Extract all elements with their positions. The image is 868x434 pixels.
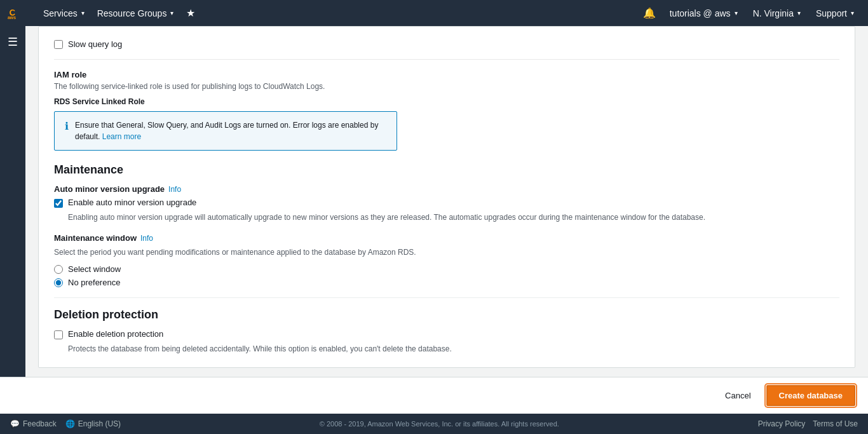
sidebar: ☰ [0,26,25,377]
no-preference-radio[interactable] [54,278,63,287]
iam-info-text: Ensure that General, Slow Query, and Aud… [75,119,386,142]
user-label: tutorials @ aws [670,8,731,18]
form-card: Slow query log IAM role The following se… [38,26,855,368]
select-window-label: Select window [68,264,121,274]
auto-minor-info-link[interactable]: Info [168,185,181,194]
services-chevron-icon: ▾ [81,10,85,17]
feedback-button[interactable]: 💬 Feedback [10,419,57,428]
services-nav-button[interactable]: Services ▾ [37,4,91,22]
enable-auto-minor-checkbox[interactable] [54,199,63,208]
resource-groups-label: Resource Groups [97,8,167,18]
maintenance-window-info-link[interactable]: Info [140,234,153,243]
no-preference-row: No preference [54,278,839,287]
auto-minor-label: Auto minor version upgrade [54,184,165,194]
resource-groups-nav-button[interactable]: Resource Groups ▾ [91,4,180,22]
language-label: English (US) [78,419,121,428]
create-database-button[interactable]: Create database [766,385,855,406]
select-window-radio[interactable] [54,265,63,274]
privacy-policy-link[interactable]: Privacy Policy [758,419,806,428]
enable-deletion-desc: Protects the database from being deleted… [68,343,839,355]
resource-groups-chevron-icon: ▾ [170,10,173,17]
terms-of-use-link[interactable]: Terms of Use [813,419,858,428]
feedback-icon: 💬 [10,419,20,428]
enable-deletion-checkbox[interactable] [54,330,63,339]
enable-auto-minor-label: Enable auto minor version upgrade [68,198,196,207]
deletion-protection-title: Deletion protection [54,308,839,322]
user-menu-button[interactable]: tutorials @ aws ▾ [663,4,744,22]
select-window-row: Select window [54,264,839,274]
region-menu-button[interactable]: N. Virginia ▾ [747,4,807,22]
bottom-right: Privacy Policy Terms of Use [758,419,858,428]
maintenance-window-radio-group: Select window No preference [54,264,839,287]
maintenance-window-label: Maintenance window [54,233,137,243]
sidebar-menu-icon[interactable]: ☰ [4,31,22,53]
region-label: N. Virginia [753,8,794,18]
iam-role-desc: The following service-linked role is use… [54,82,839,91]
support-chevron-icon: ▾ [851,10,854,17]
actions-bar: Cancel Create database [0,377,868,414]
slow-query-log-checkbox[interactable] [54,40,63,49]
deletion-protection-section: Deletion protection Enable deletion prot… [54,308,839,355]
content-area: Slow query log IAM role The following se… [25,26,868,377]
main-layout: ☰ Slow query log IAM role The following … [0,26,868,377]
section-divider [54,297,839,298]
iam-role-section: IAM role The following service-linked ro… [54,70,839,151]
cancel-button[interactable]: Cancel [717,387,758,404]
enable-auto-minor-row: Enable auto minor version upgrade [54,198,839,208]
iam-info-box: ℹ Ensure that General, Slow Query, and A… [54,111,397,151]
feedback-label: Feedback [23,419,57,428]
maintenance-section: Maintenance Auto minor version upgrade I… [54,163,839,287]
copyright-text: © 2008 - 2019, Amazon Web Services, Inc.… [121,420,758,428]
support-menu-button[interactable]: Support ▾ [810,4,860,22]
maintenance-title: Maintenance [54,163,839,177]
iam-sub-label: RDS Service Linked Role [54,97,839,106]
maintenance-window-desc: Select the period you want pending modif… [54,247,839,258]
svg-text:aws: aws [8,15,16,20]
auto-minor-field-label: Auto minor version upgrade Info [54,184,839,194]
enable-deletion-row: Enable deletion protection [54,329,839,339]
slow-query-log-label: Slow query log [68,39,122,49]
enable-auto-minor-desc: Enabling auto minor version upgrade will… [68,212,839,223]
globe-icon: 🌐 [65,419,75,428]
bookmarks-nav-button[interactable]: ★ [180,3,201,23]
services-label: Services [43,8,78,18]
learn-more-link[interactable]: Learn more [102,132,141,141]
nav-right-section: 🔔 tutorials @ aws ▾ N. Virginia ▾ Suppor… [638,4,860,22]
bottom-left: 💬 Feedback 🌐 English (US) [10,419,121,428]
maintenance-window-field-label: Maintenance window Info [54,233,839,243]
slow-query-log-row: Slow query log [54,39,839,60]
bottom-bar: 💬 Feedback 🌐 English (US) © 2008 - 2019,… [0,414,868,434]
user-chevron-icon: ▾ [735,10,738,17]
top-navigation: aws Services ▾ Resource Groups ▾ ★ 🔔 tut… [0,0,868,26]
language-button[interactable]: 🌐 English (US) [65,419,121,428]
info-circle-icon: ℹ [65,120,69,132]
notifications-button[interactable]: 🔔 [638,4,661,22]
iam-role-title: IAM role [54,70,839,79]
enable-deletion-label: Enable deletion protection [68,329,163,339]
aws-logo: aws [8,4,32,22]
support-label: Support [816,8,847,18]
region-chevron-icon: ▾ [797,10,801,17]
no-preference-label: No preference [68,278,120,287]
